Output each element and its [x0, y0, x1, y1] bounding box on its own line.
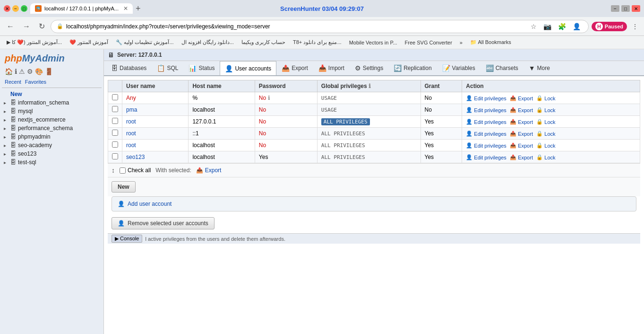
edit-privileges-btn[interactable]: 👤 Edit privileges	[466, 107, 506, 113]
forward-btn[interactable]: →	[20, 20, 33, 33]
username-link[interactable]: root	[126, 130, 136, 137]
export-link[interactable]: 📤 Export	[196, 167, 222, 174]
console-button[interactable]: ▶ Console	[112, 235, 142, 243]
bookmark-more[interactable]: »	[457, 39, 465, 46]
tab-user-accounts-label: User accounts	[235, 65, 271, 72]
tab-settings[interactable]: ⚙ Settings	[350, 61, 388, 75]
bookmark-3[interactable]: 🔧 آموزش تنظیمات اولیه...	[113, 38, 176, 46]
export-btn[interactable]: 📤 Export	[510, 119, 533, 125]
url-input[interactable]	[66, 23, 526, 30]
sidebar-item-seo123[interactable]: ▸ 🗄 seo123	[0, 149, 103, 158]
lock-btn[interactable]: 🔒 Lock	[536, 119, 555, 125]
tab-status[interactable]: 📊 Status	[183, 61, 220, 75]
lock-btn[interactable]: 🔒 Lock	[536, 142, 555, 149]
theme-icon[interactable]: 🎨	[35, 68, 43, 75]
tab-import[interactable]: 📥 Import	[313, 61, 350, 75]
tab-databases[interactable]: 🗄 Databases	[106, 61, 152, 75]
tab-sql[interactable]: 📋 SQL	[152, 61, 183, 75]
warning-icon[interactable]: ⚠	[19, 68, 25, 75]
edit-privileges-btn[interactable]: 👤 Edit privileges	[466, 95, 506, 101]
export-btn[interactable]: 📤 Export	[510, 95, 533, 101]
tab-status-label: Status	[198, 65, 215, 71]
username-link[interactable]: seo123	[126, 154, 145, 160]
sidebar-item-performance_schema[interactable]: ▸ 🗄 performance_schema	[0, 124, 103, 132]
bookmark-4[interactable]: دانلود رایگان افزونه ال...	[179, 38, 237, 46]
window-restore-btn[interactable]: □	[621, 5, 630, 12]
profile-btn[interactable]: 👤	[571, 21, 583, 32]
tab-charsets[interactable]: 🔤 Charsets	[481, 61, 524, 75]
bookmark-6[interactable]: T8+ منبع برای دانلود...	[290, 38, 344, 46]
username-link[interactable]: root	[126, 118, 136, 125]
add-user-link[interactable]: 👤 Add user account	[118, 201, 630, 207]
edit-privileges-btn[interactable]: 👤 Edit privileges	[466, 154, 506, 160]
edit-privileges-btn[interactable]: 👤 Edit privileges	[466, 142, 506, 149]
sort-icon[interactable]: ↕	[112, 167, 115, 174]
all-bookmarks[interactable]: 📁 All Bookmarks	[467, 38, 514, 46]
browser-tab[interactable]: 🐬 localhost / 127.0.0.1 | phpMyA... ✕	[30, 3, 133, 14]
lock-btn[interactable]: 🔒 Lock	[536, 154, 555, 160]
export-action-icon: 📤	[510, 142, 516, 149]
screenshot-btn[interactable]: 📷	[541, 21, 553, 32]
extensions-btn[interactable]: 🧩	[556, 21, 568, 32]
paused-badge[interactable]: H Paused	[592, 22, 627, 31]
export-btn[interactable]: 📤 Export	[510, 131, 533, 137]
bookmark-2[interactable]: ❤️ آموزش المنتور	[67, 38, 111, 46]
window-minimize-btn[interactable]: −	[611, 5, 619, 12]
back-btn[interactable]: ←	[4, 20, 17, 33]
privileges-info-icon[interactable]: ℹ	[369, 83, 371, 89]
minimize-window-btn[interactable]: −	[12, 5, 19, 12]
row-select-checkbox[interactable]	[112, 130, 118, 136]
sidebar-item-information_schema[interactable]: ▸ 🗄 information_schema	[0, 98, 103, 107]
maximize-window-btn[interactable]: □	[21, 5, 27, 12]
tab-export[interactable]: 📤 Export	[276, 61, 313, 75]
export-btn[interactable]: 📤 Export	[510, 154, 533, 160]
row-select-checkbox[interactable]	[112, 106, 118, 112]
lock-btn[interactable]: 🔒 Lock	[536, 131, 555, 137]
row-select-checkbox[interactable]	[112, 153, 118, 159]
check-all-label[interactable]: Check all	[120, 167, 151, 174]
tab-more[interactable]: ▼ More	[524, 61, 555, 75]
tab-close-btn[interactable]: ✕	[123, 5, 128, 12]
edit-privileges-btn[interactable]: 👤 Edit privileges	[466, 131, 506, 137]
export-btn[interactable]: 📤 Export	[510, 142, 533, 149]
bookmark-1[interactable]: ▶ آموزش المنتور (❤️ کا...	[4, 38, 65, 46]
sidebar-item-phpmyadmin[interactable]: ▸ 🗄 phpmyadmin	[0, 132, 103, 141]
close-window-btn[interactable]: ✕	[4, 5, 10, 12]
favorites-link[interactable]: Favorites	[25, 79, 46, 85]
bookmark-8[interactable]: Free SVG Converter	[402, 39, 455, 46]
recent-link[interactable]: Recent	[5, 79, 21, 85]
lock-btn[interactable]: 🔒 Lock	[536, 95, 555, 101]
lock-btn[interactable]: 🔒 Lock	[536, 107, 555, 113]
info-icon[interactable]: ℹ	[15, 68, 17, 75]
sidebar-new-item[interactable]: New	[0, 90, 103, 98]
export-btn[interactable]: 📤 Export	[510, 107, 533, 113]
new-tab-btn[interactable]: +	[136, 4, 141, 14]
sidebar-item-test-sql[interactable]: ▸ 🗄 test-sql	[0, 158, 103, 167]
home-icon[interactable]: 🏠	[5, 68, 13, 75]
check-all-checkbox[interactable]	[120, 167, 126, 174]
bookmark-7[interactable]: Mobile Vectors in P...	[346, 39, 400, 46]
col-hostname: Host name	[189, 80, 255, 92]
sidebar-item-seo-academy[interactable]: ▸ 🗄 seo-academy	[0, 141, 103, 149]
tab-variables[interactable]: 📝 Variables	[437, 61, 481, 75]
row-select-checkbox[interactable]	[112, 141, 118, 148]
bookmark-5[interactable]: حساب کاربری ویکیما	[239, 38, 288, 46]
bookmark-star-btn[interactable]: ☆	[529, 21, 539, 32]
remove-selected-btn[interactable]: 👤 Remove selected user accounts	[112, 217, 215, 229]
sidebar-item-nextjs_ecommerce[interactable]: ▸ 🗄 nextjs_ecommerce	[0, 115, 103, 124]
logout-icon[interactable]: 🚪	[45, 68, 53, 75]
window-close-btn[interactable]: ✕	[632, 5, 640, 12]
username-link[interactable]: root	[126, 142, 136, 149]
settings-icon[interactable]: ⚙	[27, 68, 33, 75]
password-info-icon[interactable]: ℹ	[268, 95, 270, 101]
menu-btn[interactable]: ⋮	[630, 21, 640, 32]
tab-replication[interactable]: 🔄 Replication	[388, 61, 437, 75]
new-button[interactable]: New	[112, 181, 136, 193]
refresh-btn[interactable]: ↻	[36, 20, 48, 33]
sidebar-item-mysql[interactable]: ▸ 🗄 mysql	[0, 107, 103, 115]
row-select-checkbox[interactable]	[112, 118, 118, 124]
username-link[interactable]: pma	[126, 106, 137, 113]
row-select-checkbox[interactable]	[112, 94, 118, 100]
tab-user-accounts[interactable]: 👤 User accounts	[220, 61, 276, 76]
edit-privileges-btn[interactable]: 👤 Edit privileges	[466, 119, 506, 125]
